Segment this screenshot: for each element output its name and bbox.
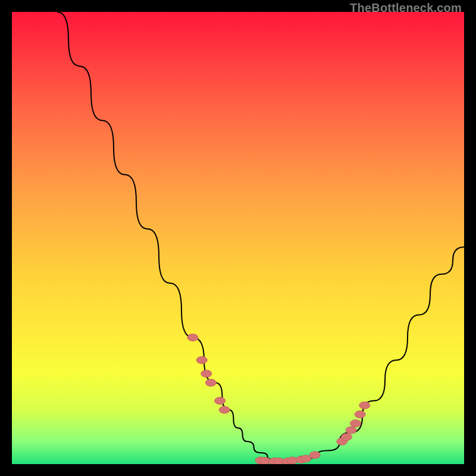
data-marker	[196, 356, 207, 364]
data-marker	[201, 370, 212, 377]
data-marker	[350, 420, 361, 427]
chart-svg	[12, 12, 464, 464]
data-marker	[215, 397, 226, 405]
data-marker	[205, 379, 216, 386]
data-marker	[341, 433, 352, 440]
chart-stage: TheBottleneck.com	[0, 0, 476, 476]
data-marker	[355, 411, 365, 418]
data-marker	[187, 334, 198, 341]
data-marker	[359, 402, 370, 409]
data-marker	[309, 452, 320, 459]
data-marker	[219, 406, 230, 414]
plot-area	[12, 12, 464, 464]
bottleneck-curve	[57, 12, 464, 462]
data-marker	[346, 427, 356, 434]
watermark-text: TheBottleneck.com	[350, 1, 462, 15]
